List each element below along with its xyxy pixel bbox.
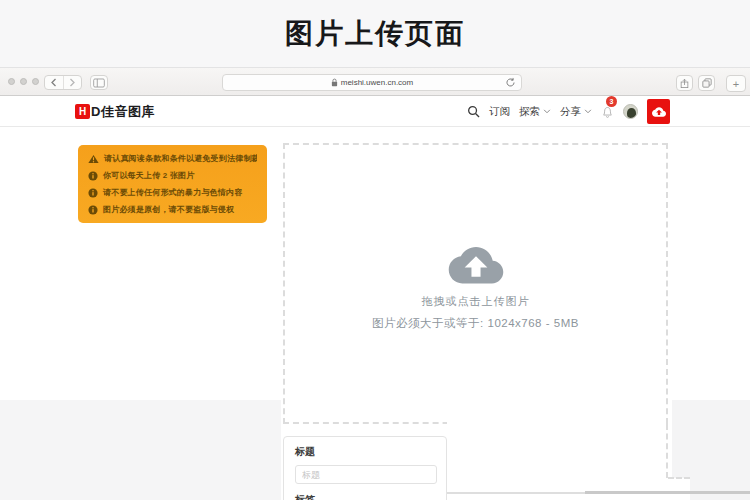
alert-row: 请不要上传任何形式的暴力与色情内容 — [88, 184, 257, 201]
seam-line — [430, 492, 585, 494]
dashed-border-fragment — [668, 477, 690, 479]
nav-subscribe[interactable]: 订阅 — [489, 105, 510, 119]
dashed-border-fragment — [666, 424, 668, 478]
tabs-icon — [702, 78, 712, 88]
dropzone-requirements: 图片必须大于或等于: 1024x768 - 5MB — [372, 316, 579, 331]
header-nav: 订阅 探索 分享 3 — [467, 96, 670, 127]
page-title: 图片上传页面 — [285, 15, 465, 53]
alert-text: 你可以每天上传 2 张图片 — [103, 170, 195, 181]
window-controls — [8, 78, 39, 85]
alert-row: 图片必须是原创，请不要盗版与侵权 — [88, 201, 257, 218]
background-shade — [690, 478, 750, 500]
tags-label: 标签 — [295, 493, 435, 500]
info-icon — [88, 188, 98, 198]
window-close-button[interactable] — [8, 78, 15, 85]
search-button[interactable] — [467, 105, 480, 118]
window-minimize-button[interactable] — [20, 78, 27, 85]
upload-rules-alert: 请认真阅读条款和条件以避免受到法律制裁 你可以每天上传 2 张图片 请不要上传任… — [78, 145, 267, 223]
nav-share-label: 分享 — [560, 105, 581, 119]
forward-button[interactable] — [63, 76, 82, 89]
logo-badge: H — [75, 104, 90, 119]
dropzone-hint: 拖拽或点击上传图片 — [422, 294, 530, 309]
info-icon — [88, 205, 98, 215]
back-forward-buttons — [44, 75, 82, 90]
cloud-upload-icon-large — [448, 238, 504, 288]
url-text: meishi.uwen.cn.com — [341, 78, 413, 87]
tabs-button[interactable] — [698, 75, 715, 91]
forward-icon — [69, 78, 76, 87]
bell-icon — [601, 105, 614, 119]
logo-text: D佳音图库 — [91, 103, 155, 121]
stitch-seam — [447, 421, 666, 431]
screen: 图片上传页面 meishi.uwen.cn.com — [0, 0, 750, 500]
main-content: 请认真阅读条款和条件以避免受到法律制裁 你可以每天上传 2 张图片 请不要上传任… — [0, 127, 750, 500]
share-icon — [680, 78, 689, 89]
page-title-band: 图片上传页面 — [0, 0, 750, 68]
chevron-down-icon — [584, 109, 592, 114]
new-tab-button[interactable]: + — [726, 75, 746, 92]
site-logo[interactable]: H D佳音图库 — [75, 96, 155, 127]
upload-button[interactable] — [647, 99, 670, 124]
cloud-upload-icon — [652, 105, 666, 119]
upload-dropzone[interactable]: 拖拽或点击上传图片 图片必须大于或等于: 1024x768 - 5MB — [283, 143, 668, 424]
alert-text: 请认真阅读条款和条件以避免受到法律制裁 — [104, 153, 257, 164]
search-icon — [467, 105, 480, 118]
alert-text: 请不要上传任何形式的暴力与色情内容 — [103, 187, 242, 198]
sidebar-icon — [93, 78, 105, 88]
back-icon — [50, 78, 57, 87]
seam-line — [585, 491, 750, 494]
alert-row: 你可以每天上传 2 张图片 — [88, 167, 257, 184]
notifications-button[interactable]: 3 — [601, 105, 614, 119]
browser-chrome: meishi.uwen.cn.com + — [0, 68, 750, 96]
back-button[interactable] — [45, 76, 63, 89]
warning-icon — [88, 154, 99, 164]
nav-share[interactable]: 分享 — [560, 105, 592, 119]
plus-icon: + — [733, 78, 739, 90]
notification-badge: 3 — [606, 96, 617, 107]
alert-row: 请认真阅读条款和条件以避免受到法律制裁 — [88, 150, 257, 167]
chevron-down-icon — [543, 109, 551, 114]
address-bar[interactable]: meishi.uwen.cn.com — [222, 74, 522, 91]
nav-explore-label: 探索 — [519, 105, 540, 119]
info-icon — [88, 171, 98, 181]
reload-button[interactable] — [505, 77, 516, 88]
reload-icon — [505, 77, 516, 88]
avatar[interactable] — [623, 104, 638, 119]
title-label: 标题 — [295, 445, 435, 459]
upload-form-card: 标题 标签 — [283, 436, 447, 500]
share-button[interactable] — [676, 75, 693, 91]
alert-text: 图片必须是原创，请不要盗版与侵权 — [103, 204, 234, 215]
window-zoom-button[interactable] — [32, 78, 39, 85]
title-input[interactable] — [295, 465, 437, 484]
background-shade — [0, 400, 281, 500]
nav-explore[interactable]: 探索 — [519, 105, 551, 119]
sidebar-toggle-button[interactable] — [90, 75, 108, 90]
lock-icon — [331, 78, 338, 87]
site-header: H D佳音图库 订阅 探索 分享 3 — [0, 96, 750, 127]
background-shade — [672, 400, 750, 478]
nav-subscribe-label: 订阅 — [489, 105, 510, 119]
